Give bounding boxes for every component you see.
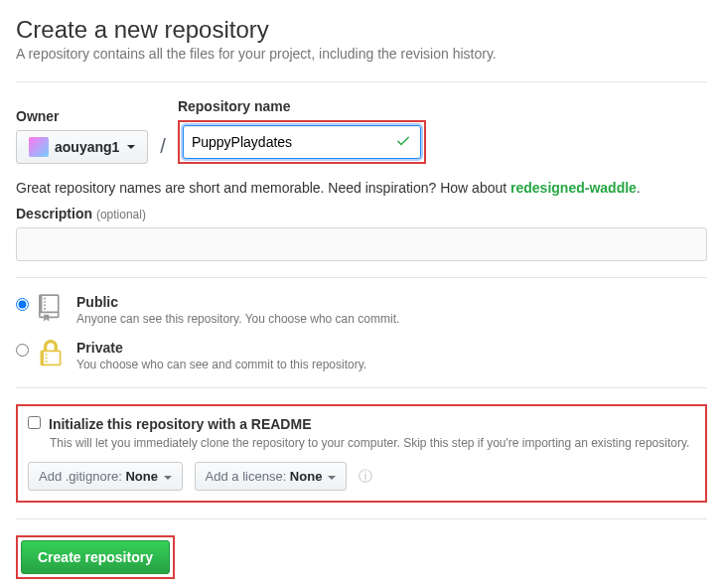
slash-separator: / xyxy=(156,135,170,164)
owner-label: Owner xyxy=(16,108,148,124)
private-label: Private xyxy=(76,340,366,356)
page-title: Create a new repository xyxy=(16,16,707,44)
readme-desc: This will let you immediately clone the … xyxy=(50,436,695,450)
public-desc: Anyone can see this repository. You choo… xyxy=(76,312,399,326)
divider xyxy=(16,277,707,278)
readme-checkbox[interactable] xyxy=(28,416,41,429)
highlight-init-section: Initialize this repository with a README… xyxy=(16,404,707,503)
visibility-public-radio[interactable] xyxy=(16,298,29,311)
public-label: Public xyxy=(76,294,399,310)
chevron-down-icon xyxy=(328,476,336,480)
chevron-down-icon xyxy=(164,476,172,480)
info-icon[interactable]: ⓘ xyxy=(359,468,372,486)
description-label: Description (optional) xyxy=(16,206,707,221)
page-subtitle: A repository contains all the files for … xyxy=(16,46,707,62)
gitignore-select[interactable]: Add .gitignore: None xyxy=(28,462,183,491)
repo-name-input[interactable] xyxy=(183,125,421,159)
divider xyxy=(16,518,707,519)
visibility-private-radio[interactable] xyxy=(16,344,29,357)
owner-username: aouyang1 xyxy=(55,139,119,155)
highlight-submit: Create repository xyxy=(16,535,175,579)
repo-name-label: Repository name xyxy=(178,98,426,114)
check-icon xyxy=(395,133,411,152)
divider xyxy=(16,387,707,388)
license-select[interactable]: Add a license: None xyxy=(195,462,347,491)
readme-label: Initialize this repository with a README xyxy=(49,416,311,432)
highlight-repo-name xyxy=(178,120,426,164)
chevron-down-icon xyxy=(127,145,135,149)
create-repository-button[interactable]: Create repository xyxy=(21,540,170,574)
name-hint: Great repository names are short and mem… xyxy=(16,180,707,196)
repo-public-icon xyxy=(39,294,67,325)
avatar xyxy=(29,137,49,157)
owner-select[interactable]: aouyang1 xyxy=(16,130,148,164)
suggestion-link[interactable]: redesigned-waddle xyxy=(510,180,637,196)
description-input[interactable] xyxy=(16,227,707,261)
private-desc: You choose who can see and commit to thi… xyxy=(76,358,366,371)
lock-icon xyxy=(39,340,67,370)
